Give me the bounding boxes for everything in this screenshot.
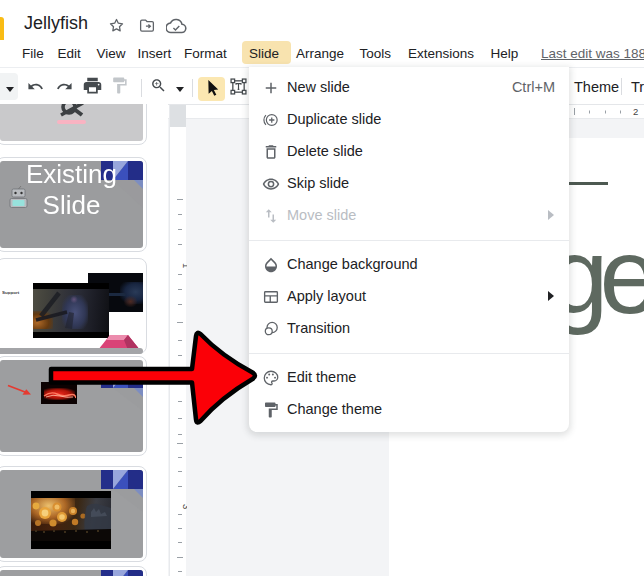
svg-text:1: 1: [181, 263, 187, 268]
svg-text:2: 2: [633, 106, 638, 117]
svg-text:3: 3: [181, 504, 187, 509]
